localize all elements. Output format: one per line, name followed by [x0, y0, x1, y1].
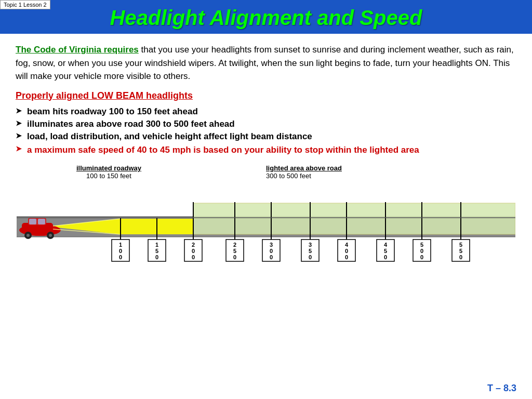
svg-text:3: 3 — [270, 242, 273, 248]
svg-text:2: 2 — [192, 242, 195, 248]
svg-point-13 — [49, 234, 52, 237]
svg-text:0: 0 — [192, 248, 195, 254]
bullet-3: load, load distribution, and vehicle hei… — [16, 131, 516, 142]
svg-text:0: 0 — [420, 254, 423, 260]
main-title: Headlight Alignment and Speed — [10, 4, 522, 30]
svg-text:2: 2 — [233, 242, 236, 248]
intro-paragraph: The Code of Virginia requires that you u… — [16, 43, 516, 83]
bullet-1: beam hits roadway 100 to 150 feet ahead — [16, 107, 516, 117]
svg-text:5: 5 — [459, 248, 462, 254]
road-diagram: 1 0 0 1 5 0 2 0 0 2 5 0 3 0 0 3 — [17, 188, 515, 263]
svg-text:5: 5 — [420, 242, 423, 248]
label-lighted-title: lighted area above road — [266, 164, 342, 172]
diagram: illuminated roadway 100 to 150 feet ligh… — [17, 164, 515, 265]
svg-text:5: 5 — [233, 248, 236, 254]
svg-text:0: 0 — [345, 254, 348, 260]
page-number: T – 8.3 — [487, 383, 516, 394]
svg-point-11 — [26, 234, 30, 237]
bullet-2: illuminates area above road 300 to 500 f… — [16, 119, 516, 129]
low-beam-heading: Properly aligned LOW BEAM headlights — [16, 90, 516, 101]
label-lighted: lighted area above road 300 to 500 feet — [266, 164, 342, 180]
svg-text:4: 4 — [384, 242, 388, 248]
bullet-list: beam hits roadway 100 to 150 feet ahead … — [16, 107, 516, 156]
label-illuminated-title: illuminated roadway — [76, 164, 141, 172]
svg-text:0: 0 — [270, 248, 273, 254]
svg-text:0: 0 — [420, 248, 423, 254]
svg-text:0: 0 — [119, 248, 122, 254]
svg-rect-9 — [38, 219, 45, 224]
header: Topic 1 Lesson 2 Headlight Alignment and… — [0, 0, 532, 34]
label-illuminated-sub: 100 to 150 feet — [76, 172, 141, 180]
svg-rect-3 — [193, 203, 515, 234]
svg-text:0: 0 — [345, 248, 348, 254]
svg-text:5: 5 — [459, 242, 462, 248]
topic-label: Topic 1 Lesson 2 — [0, 0, 50, 9]
svg-text:0: 0 — [270, 254, 273, 260]
bullet-4: a maximum safe speed of 40 to 45 mph is … — [16, 144, 516, 156]
svg-text:0: 0 — [233, 254, 236, 260]
svg-rect-8 — [29, 219, 36, 224]
svg-text:0: 0 — [309, 254, 312, 260]
svg-text:0: 0 — [119, 254, 122, 260]
content: The Code of Virginia requires that you u… — [0, 34, 532, 271]
svg-text:1: 1 — [155, 242, 158, 248]
svg-text:0: 0 — [155, 254, 158, 260]
svg-text:3: 3 — [309, 242, 312, 248]
svg-text:0: 0 — [459, 254, 462, 260]
label-illuminated: illuminated roadway 100 to 150 feet — [76, 164, 141, 180]
svg-text:0: 0 — [384, 254, 387, 260]
svg-text:0: 0 — [192, 254, 195, 260]
highlight-text: The Code of Virginia requires — [16, 45, 139, 55]
label-lighted-sub: 300 to 500 feet — [266, 172, 342, 180]
svg-text:5: 5 — [384, 248, 387, 254]
svg-text:5: 5 — [155, 248, 158, 254]
svg-text:5: 5 — [309, 248, 312, 254]
svg-text:1: 1 — [119, 242, 122, 248]
svg-text:4: 4 — [345, 242, 349, 248]
